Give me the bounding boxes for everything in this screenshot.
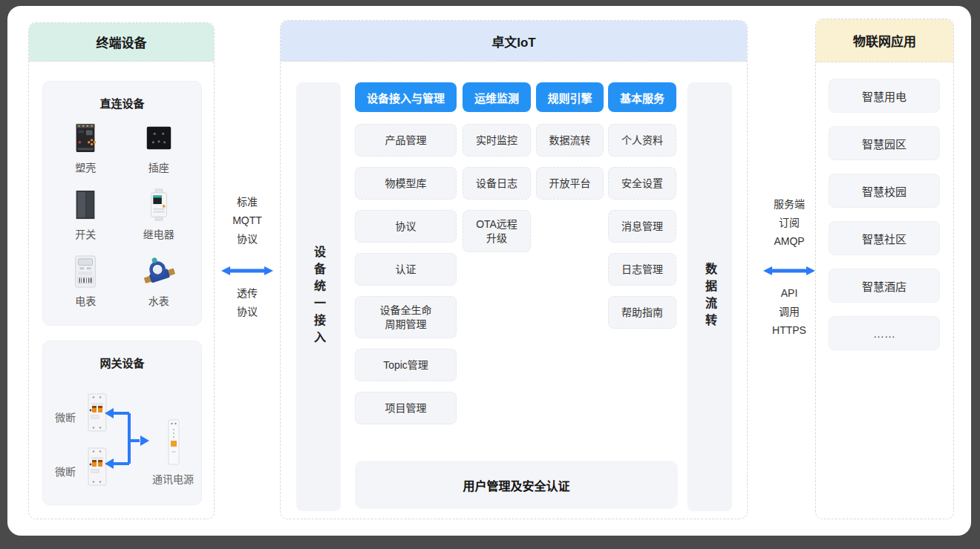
- architecture-diagram: 终端设备 直连设备: [0, 0, 980, 549]
- right-link-bottom-text: API 调用 HTTPS: [756, 284, 823, 340]
- device-label: 电表: [75, 293, 96, 308]
- column-basic-services: 基本服务 个人资料 安全设置 消息管理 日志管理 帮助指南: [608, 82, 676, 329]
- device-water-meter: 水表: [122, 253, 196, 308]
- gateway-devices-box: 网关设备 微断 微断: [42, 341, 202, 505]
- device-label: 继电器: [143, 226, 174, 241]
- data-flow-bar: 数据流转: [687, 82, 732, 511]
- iot-applications-panel: 物联网应用 智慧用电 智慧园区 智慧校园 智慧社区 智慧酒店 ……: [815, 19, 954, 519]
- module-item: 协议: [355, 210, 457, 243]
- water-meter-icon: [142, 253, 176, 290]
- module-item: 实时监控: [463, 124, 531, 157]
- module-item: 数据流转: [536, 124, 604, 157]
- device-label: 塑壳: [75, 160, 96, 174]
- application-list: 智慧用电 智慧园区 智慧校园 智慧社区 智慧酒店 ……: [829, 79, 940, 350]
- breaker-bottom-label: 微断: [55, 464, 76, 479]
- module-item: Topic管理: [355, 349, 457, 381]
- module-item: 开放平台: [536, 167, 604, 200]
- module-item: 物模型库: [355, 167, 457, 200]
- right-link-top-text: 服务端 订阅 AMQP: [756, 195, 823, 251]
- module-item: 产品管理: [355, 124, 457, 157]
- category-button: 规则引擎: [536, 82, 604, 112]
- module-item: 日志管理: [608, 253, 676, 286]
- relay-icon: [143, 186, 174, 223]
- molded-case-breaker-icon: [70, 119, 101, 157]
- terminal-devices-header: 终端设备: [29, 23, 214, 62]
- device-relay: 继电器: [122, 186, 196, 241]
- diagram-card: 终端设备 直连设备: [7, 6, 971, 536]
- module-item: OTA远程 升级: [463, 210, 531, 252]
- device-molded-case: 塑壳: [49, 119, 122, 174]
- electric-meter-icon: [70, 253, 101, 290]
- left-link-bottom-text: 透传 协议: [214, 284, 281, 321]
- device-socket: 插座: [122, 119, 196, 174]
- comm-power-label: 通讯电源: [147, 471, 199, 486]
- device-electric-meter: 电表: [49, 253, 122, 308]
- gateway-devices-title: 网关设备: [43, 341, 201, 370]
- application-item: 智慧用电: [829, 79, 940, 113]
- module-item: 认证: [355, 253, 457, 286]
- application-item: 智慧园区: [829, 126, 940, 160]
- module-item: 帮助指南: [608, 296, 676, 329]
- application-item: 智慧社区: [829, 221, 940, 255]
- terminal-devices-title: 终端设备: [97, 33, 147, 51]
- right-double-arrow-icon: [763, 265, 815, 280]
- category-button: 基本服务: [608, 82, 676, 112]
- iot-applications-title: 物联网应用: [853, 31, 916, 50]
- left-double-arrow-icon: [221, 265, 273, 280]
- device-unified-access-bar: 设备统一接入: [296, 82, 341, 511]
- left-link-top-text: 标准 MQTT 协议: [214, 193, 281, 249]
- module-item: 项目管理: [355, 392, 457, 424]
- comm-power-module-icon: [168, 419, 180, 468]
- category-button: 运维监测: [463, 82, 531, 112]
- direct-devices-box: 直连设备: [42, 81, 202, 326]
- switch-icon: [70, 186, 101, 223]
- column-rule-engine: 规则引擎 数据流转 开放平台: [536, 82, 604, 200]
- application-item: 智慧校园: [829, 174, 940, 208]
- module-item: 设备全生命 周期管理: [355, 296, 457, 338]
- direct-devices-title: 直连设备: [43, 82, 201, 111]
- iot-platform-title: 卓文IoT: [491, 32, 536, 50]
- terminal-devices-panel: 终端设备 直连设备: [28, 22, 215, 519]
- module-item: 安全设置: [608, 167, 676, 200]
- user-management-bar: 用户管理及安全认证: [355, 461, 678, 509]
- gateway-bracket-arrow-icon: [102, 404, 151, 479]
- iot-applications-header: 物联网应用: [816, 19, 953, 62]
- column-device-access: 设备接入与管理 产品管理 物模型库 协议 认证 设备全生命 周期管理 Topic…: [355, 82, 457, 424]
- module-item: 个人资料: [608, 124, 676, 157]
- application-item-more: ……: [829, 316, 940, 350]
- device-label: 水表: [148, 293, 169, 308]
- iot-platform-panel: 卓文IoT 设备统一接入 设备接入与管理 产品管理 物模型库 协议 认证 设备全…: [280, 20, 748, 519]
- column-ops-monitoring: 运维监测 实时监控 设备日志 OTA远程 升级: [463, 82, 531, 252]
- iot-platform-header: 卓文IoT: [281, 21, 747, 62]
- device-label: 插座: [148, 160, 169, 174]
- direct-devices-grid: 塑壳 插座: [43, 119, 201, 308]
- module-item: 消息管理: [608, 210, 676, 243]
- socket-icon: [143, 119, 174, 157]
- device-label: 开关: [75, 226, 96, 241]
- category-button: 设备接入与管理: [355, 82, 457, 112]
- application-item: 智慧酒店: [829, 269, 940, 303]
- breaker-top-label: 微断: [55, 410, 76, 424]
- device-switch: 开关: [49, 186, 122, 241]
- module-item: 设备日志: [463, 167, 531, 200]
